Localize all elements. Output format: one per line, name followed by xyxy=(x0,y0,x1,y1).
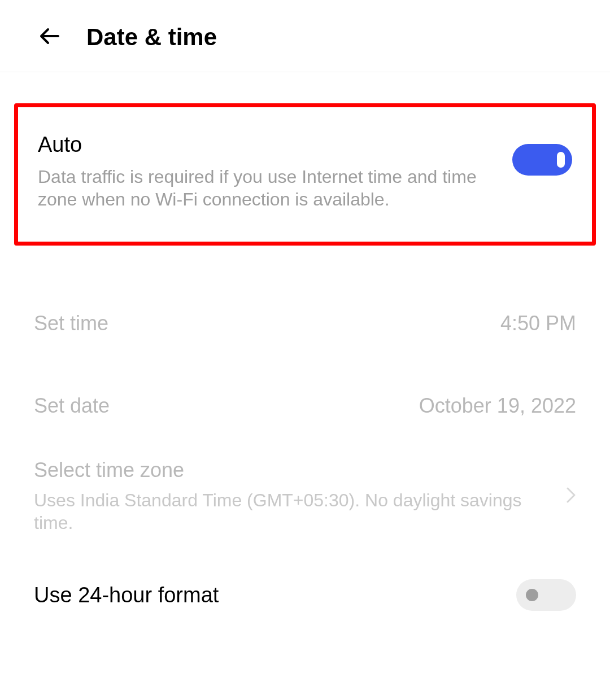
hour-format-toggle[interactable] xyxy=(516,579,576,611)
set-time-value: 4:50 PM xyxy=(500,312,576,335)
auto-toggle[interactable] xyxy=(512,144,572,176)
chevron-right-icon xyxy=(566,487,576,506)
timezone-title: Select time zone xyxy=(34,458,543,482)
arrow-left-icon xyxy=(37,23,64,50)
header: Date & time xyxy=(0,0,610,72)
timezone-row[interactable]: Select time zone Uses India Standard Tim… xyxy=(34,447,576,568)
back-button[interactable] xyxy=(37,23,64,52)
auto-title: Auto xyxy=(38,133,495,157)
timezone-text: Select time zone Uses India Standard Tim… xyxy=(34,458,543,534)
set-date-value: October 19, 2022 xyxy=(419,394,576,418)
settings-list: Set time 4:50 PM Set date October 19, 20… xyxy=(0,282,610,622)
set-date-label: Set date xyxy=(34,394,110,418)
auto-setting-row[interactable]: Auto Data traffic is required if you use… xyxy=(38,133,572,211)
hour-format-label: Use 24-hour format xyxy=(34,583,219,607)
set-time-row[interactable]: Set time 4:50 PM xyxy=(34,282,576,365)
timezone-description: Uses India Standard Time (GMT+05:30). No… xyxy=(34,489,543,534)
page-title: Date & time xyxy=(86,24,217,51)
hour-format-row[interactable]: Use 24-hour format xyxy=(34,568,576,622)
auto-setting-text: Auto Data traffic is required if you use… xyxy=(38,133,495,211)
set-date-row[interactable]: Set date October 19, 2022 xyxy=(34,365,576,447)
set-time-label: Set time xyxy=(34,312,108,335)
auto-setting-highlighted: Auto Data traffic is required if you use… xyxy=(14,103,596,246)
auto-description: Data traffic is required if you use Inte… xyxy=(38,165,495,211)
